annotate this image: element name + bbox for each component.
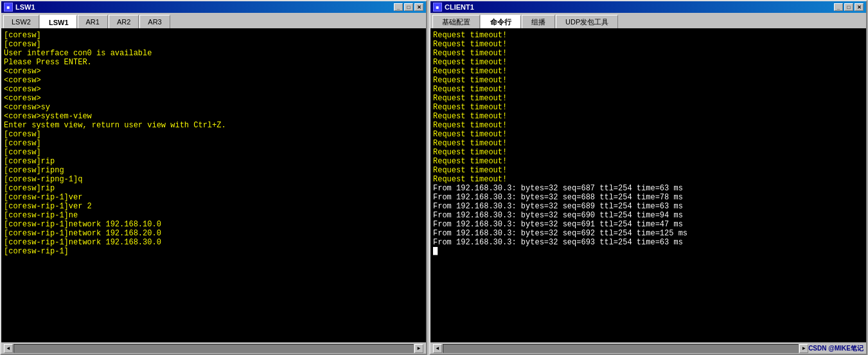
terminal-line: <coresw> [4, 67, 423, 76]
terminal-line: From 192.168.30.3: bytes=32 seq=688 ttl=… [433, 193, 864, 202]
terminal-line: Request timeout! [433, 130, 864, 139]
terminal-line: [coresw-rip-1]ne [4, 211, 423, 220]
right-tab-bar: 基础配置 命令行 组播 UDP发包工具 [430, 13, 866, 28]
terminal-line: <coresw> [4, 76, 423, 85]
right-close-button[interactable]: ✕ [855, 3, 864, 11]
terminal-line: Request timeout! [433, 76, 864, 85]
right-bottom-bar: ◄ ► CSDN @MIKE笔记 [430, 342, 866, 354]
terminal-line: [coresw] [4, 130, 423, 139]
terminal-line: Request timeout! [433, 58, 864, 67]
right-window: ■ CLIENT1 _ □ ✕ 基础配置 命令行 组播 UDP发包工具 Requ… [429, 0, 867, 355]
terminal-line: Request timeout! [433, 49, 864, 58]
right-maximize-button[interactable]: □ [844, 3, 853, 11]
terminal-line: Request timeout! [433, 67, 864, 76]
left-title-left: ■ LSW1 [4, 3, 35, 12]
terminal-line: Request timeout! [433, 121, 864, 130]
right-window-title: CLIENT1 [445, 3, 474, 11]
tab-ar1[interactable]: AR1 [78, 15, 108, 28]
left-scrollbar[interactable]: ◄ ► [4, 343, 423, 354]
terminal-line: [coresw-rip-1]network 192.168.10.0 [4, 220, 423, 229]
left-terminal[interactable]: [coresw][coresw]User interface con0 is a… [1, 28, 426, 342]
left-title-bar: ■ LSW1 _ □ ✕ [1, 1, 426, 13]
right-title-buttons: _ □ ✕ [834, 3, 864, 11]
terminal-line: Request timeout! [433, 94, 864, 103]
right-window-icon: ■ [433, 3, 442, 12]
tab-multicast[interactable]: 组播 [522, 15, 555, 28]
terminal-line: User interface con0 is available [4, 49, 423, 58]
left-tab-bar: LSW2 LSW1 AR1 AR2 AR3 [1, 13, 426, 28]
watermark: CSDN @MIKE笔记 [808, 344, 864, 353]
tab-udp-tool[interactable]: UDP发包工具 [556, 15, 618, 28]
scroll-right-btn[interactable]: ► [414, 344, 423, 353]
tab-ar2[interactable]: AR2 [109, 15, 139, 28]
tab-command-line[interactable]: 命令行 [481, 15, 521, 28]
minimize-button[interactable]: _ [394, 3, 403, 11]
terminal-line: From 192.168.30.3: bytes=32 seq=690 ttl=… [433, 211, 864, 220]
maximize-button[interactable]: □ [404, 3, 413, 11]
cursor-line: █ [433, 247, 864, 256]
terminal-line: [coresw] [4, 139, 423, 148]
terminal-line: Request timeout! [433, 85, 864, 94]
left-window-icon: ■ [4, 3, 13, 12]
right-terminal[interactable]: Request timeout!Request timeout!Request … [430, 28, 866, 342]
terminal-line: Enter system view, return user view with… [4, 121, 423, 130]
terminal-line: Request timeout! [433, 139, 864, 148]
terminal-line: Request timeout! [433, 40, 864, 49]
tab-basic-config[interactable]: 基础配置 [432, 15, 480, 28]
terminal-line: [coresw-rip-1]ver 2 [4, 202, 423, 211]
terminal-line: <coresw>sy [4, 103, 423, 112]
terminal-line: [coresw-rip-1] [4, 247, 423, 256]
terminal-line: Request timeout! [433, 31, 864, 40]
left-window: ■ LSW1 _ □ ✕ LSW2 LSW1 AR1 AR2 AR3 [core… [0, 0, 427, 355]
right-title-left: ■ CLIENT1 [433, 3, 474, 12]
terminal-line: From 192.168.30.3: bytes=32 seq=687 ttl=… [433, 184, 864, 193]
terminal-line: From 192.168.30.3: bytes=32 seq=689 ttl=… [433, 202, 864, 211]
left-bottom-bar: ◄ ► [1, 342, 426, 354]
left-window-title: LSW1 [15, 3, 35, 11]
right-scroll-track[interactable] [443, 344, 799, 353]
terminal-line: Request timeout! [433, 112, 864, 121]
terminal-line: [coresw] [4, 40, 423, 49]
terminal-line: [coresw]ripng [4, 166, 423, 175]
terminal-line: From 192.168.30.3: bytes=32 seq=692 ttl=… [433, 229, 864, 238]
terminal-line: [coresw-rip-1]ver [4, 193, 423, 202]
left-title-buttons: _ □ ✕ [394, 3, 423, 11]
terminal-line: Please Press ENTER. [4, 58, 423, 67]
terminal-line: [coresw-rip-1]network 192.168.30.0 [4, 238, 423, 247]
right-title-bar: ■ CLIENT1 _ □ ✕ [430, 1, 866, 13]
terminal-line: <coresw>system-view [4, 112, 423, 121]
terminal-line: [coresw-ripng-1]q [4, 175, 423, 184]
right-scroll-left-btn[interactable]: ◄ [433, 344, 442, 353]
terminal-line: <coresw> [4, 94, 423, 103]
right-minimize-button[interactable]: _ [834, 3, 843, 11]
terminal-line: Request timeout! [433, 157, 864, 166]
terminal-line: From 192.168.30.3: bytes=32 seq=693 ttl=… [433, 238, 864, 247]
scroll-left-btn[interactable]: ◄ [4, 344, 13, 353]
terminal-line: Request timeout! [433, 175, 864, 184]
terminal-line: [coresw] [4, 148, 423, 157]
terminal-line: [coresw-rip-1]network 192.168.20.0 [4, 229, 423, 238]
terminal-line: Request timeout! [433, 103, 864, 112]
terminal-line: From 192.168.30.3: bytes=32 seq=691 ttl=… [433, 220, 864, 229]
terminal-line: Request timeout! [433, 148, 864, 157]
terminal-line: [coresw]rip [4, 184, 423, 193]
close-button[interactable]: ✕ [414, 3, 423, 11]
tab-lsw2[interactable]: LSW2 [3, 15, 39, 28]
right-scrollbar[interactable]: ◄ ► [433, 343, 808, 354]
scroll-track[interactable] [13, 344, 414, 353]
terminal-line: Request timeout! [433, 166, 864, 175]
right-scroll-right-btn[interactable]: ► [799, 344, 808, 353]
tab-lsw1[interactable]: LSW1 [40, 15, 77, 28]
terminal-line: <coresw> [4, 85, 423, 94]
terminal-line: [coresw] [4, 31, 423, 40]
tab-ar3[interactable]: AR3 [139, 15, 170, 28]
terminal-line: [coresw]rip [4, 157, 423, 166]
